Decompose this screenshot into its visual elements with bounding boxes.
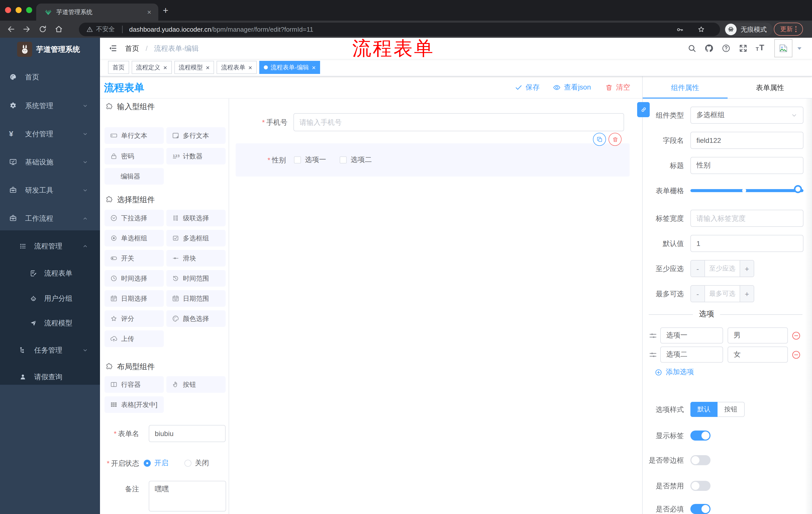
window-minimize-button[interactable] [16, 7, 22, 13]
tag-close-icon[interactable]: × [163, 64, 167, 71]
status-radio-off[interactable]: 关闭 [184, 455, 209, 472]
tag-close-icon[interactable]: × [248, 64, 252, 71]
tab-form-props[interactable]: 表单属性 [728, 77, 812, 99]
title-input[interactable] [690, 157, 804, 174]
logo[interactable]: 芋道管理系统 [0, 38, 100, 63]
default-value-input[interactable] [690, 235, 804, 252]
palette-item-time-picker[interactable]: 时间选择 [105, 270, 164, 287]
clear-button[interactable]: 清空 [605, 77, 630, 99]
decrease-button[interactable]: - [691, 286, 705, 302]
sidebar-item-home[interactable]: 首页 [0, 63, 100, 91]
sidebar-item-infra[interactable]: 基础设施 [0, 148, 100, 176]
palette-item-table[interactable]: 表格[开发中] [105, 396, 164, 413]
option-2-value-input[interactable] [728, 347, 788, 362]
github-icon[interactable] [704, 44, 714, 53]
palette-item-switch[interactable]: 开关 [105, 250, 164, 267]
remove-option-button[interactable] [791, 331, 801, 341]
tab-close-icon[interactable]: × [145, 8, 153, 16]
browser-tab[interactable]: 芋道管理系统 × [36, 3, 158, 21]
browser-menu-icon[interactable] [795, 26, 797, 32]
form-grid-slider[interactable] [690, 189, 804, 192]
tag-process-model[interactable]: 流程模型× [174, 61, 214, 74]
palette-item-radio-group[interactable]: 单选框组 [105, 230, 164, 246]
tab-component-props[interactable]: 组件属性 [643, 77, 728, 99]
stepper-placeholder[interactable]: 最多可选 [705, 286, 740, 302]
border-toggle-off[interactable] [690, 455, 710, 465]
sidebar-item-devtools[interactable]: 研发工具 [0, 176, 100, 204]
sidebar-item-process-form[interactable]: 流程表单 [0, 261, 100, 286]
component-type-select[interactable]: 多选框组 [690, 107, 804, 124]
option-style-button[interactable]: 按钮 [718, 402, 745, 417]
hamburger-icon[interactable] [108, 44, 117, 53]
option-1-name-input[interactable] [660, 327, 723, 344]
palette-item-checkbox-group[interactable]: 多选框组 [166, 230, 226, 246]
window-zoom-button[interactable] [26, 7, 32, 13]
sidebar-item-workflow[interactable]: 工作流程 [0, 204, 100, 232]
reload-icon[interactable] [38, 25, 47, 34]
palette-item-slider[interactable]: 滑块 [166, 250, 226, 267]
palette-item-single-text[interactable]: 单行文本 [105, 127, 164, 144]
tag-close-icon[interactable]: × [206, 64, 209, 71]
tag-process-form[interactable]: 流程表单× [216, 61, 257, 74]
palette-item-cascader[interactable]: 级联选择 [166, 210, 226, 226]
gender-checkbox-2[interactable]: 选项二 [340, 151, 372, 169]
avatar[interactable] [774, 39, 792, 57]
duplicate-field-button[interactable] [593, 133, 606, 146]
sidebar-item-process-model[interactable]: 流程模型 [0, 310, 100, 336]
drag-handle-icon[interactable] [649, 331, 657, 340]
sidebar-item-payment[interactable]: ¥ 支付管理 [0, 120, 100, 148]
option-2-name-input[interactable] [660, 347, 723, 362]
palette-item-time-range[interactable]: 时间范围 [166, 270, 226, 287]
status-radio-on[interactable]: 开启 [144, 455, 168, 472]
tag-close-icon[interactable]: × [312, 64, 316, 71]
required-toggle-on[interactable] [690, 504, 710, 514]
password-key-icon[interactable] [676, 26, 684, 34]
new-tab-button[interactable]: + [163, 5, 168, 16]
palette-item-upload[interactable]: 上传 [105, 330, 164, 347]
option-1-value-input[interactable] [728, 327, 788, 344]
palette-item-row-container[interactable]: 行容器 [105, 376, 164, 393]
tag-home[interactable]: 首页 [108, 61, 129, 74]
palette-item-multi-text[interactable]: 多行文本 [166, 127, 226, 144]
slider-handle[interactable] [794, 185, 802, 193]
option-style-default[interactable]: 默认 [690, 402, 718, 417]
sidebar-item-process-mgmt[interactable]: 流程管理 [0, 233, 100, 259]
sidebar-item-leave-query[interactable]: 请假查询 [0, 364, 100, 390]
palette-item-date-range[interactable]: 日期范围 [166, 290, 226, 307]
sidebar-item-user-group[interactable]: 用户分组 [0, 286, 100, 311]
add-option-button[interactable]: 添加选项 [655, 367, 694, 377]
avatar-caret-icon[interactable] [798, 47, 802, 50]
palette-item-button[interactable]: 按钮 [166, 376, 226, 393]
search-icon[interactable] [687, 44, 696, 53]
tag-process-definition[interactable]: 流程定义× [132, 61, 172, 74]
decrease-button[interactable]: - [691, 261, 705, 277]
save-button[interactable]: 保存 [515, 77, 540, 99]
remove-option-button[interactable] [791, 350, 801, 360]
forward-icon[interactable] [22, 25, 31, 34]
link-handle[interactable] [637, 102, 650, 117]
drag-handle-icon[interactable] [649, 351, 657, 359]
sidebar-item-system[interactable]: 系统管理 [0, 91, 100, 120]
show-label-toggle-on[interactable] [690, 431, 710, 440]
tag-process-form-edit[interactable]: 流程表单-编辑× [259, 61, 320, 74]
gender-field-block-selected[interactable]: *性别 选项一 选项二 [236, 143, 630, 177]
palette-item-password[interactable]: 密码 [105, 148, 164, 164]
home-icon[interactable] [54, 25, 63, 34]
stepper-placeholder[interactable]: 至少应选 [705, 261, 740, 277]
address-bar[interactable]: 不安全 dashboard.yudao.iocoder.cn/bpm/manag… [79, 23, 720, 36]
palette-item-select[interactable]: 下拉选择 [105, 210, 164, 226]
palette-item-date-picker[interactable]: 日期选择 [105, 290, 164, 307]
palette-item-counter[interactable]: 123计数器 [166, 148, 226, 164]
palette-item-color-picker[interactable]: 颜色选择 [166, 310, 226, 327]
field-name-input[interactable] [690, 132, 804, 149]
increase-button[interactable]: + [740, 286, 754, 302]
browser-update-button[interactable]: 更新 [774, 23, 803, 36]
palette-item-editor[interactable]: 编辑器 [105, 168, 164, 185]
help-icon[interactable] [722, 44, 731, 53]
increase-button[interactable]: + [740, 261, 754, 277]
view-json-button[interactable]: 查看json [553, 77, 591, 99]
form-remark-textarea[interactable]: 嘿嘿 [149, 481, 226, 512]
label-width-input[interactable] [690, 210, 804, 227]
sidebar-item-task-mgmt[interactable]: 任务管理 [0, 337, 100, 363]
disabled-toggle-off[interactable] [690, 481, 710, 491]
